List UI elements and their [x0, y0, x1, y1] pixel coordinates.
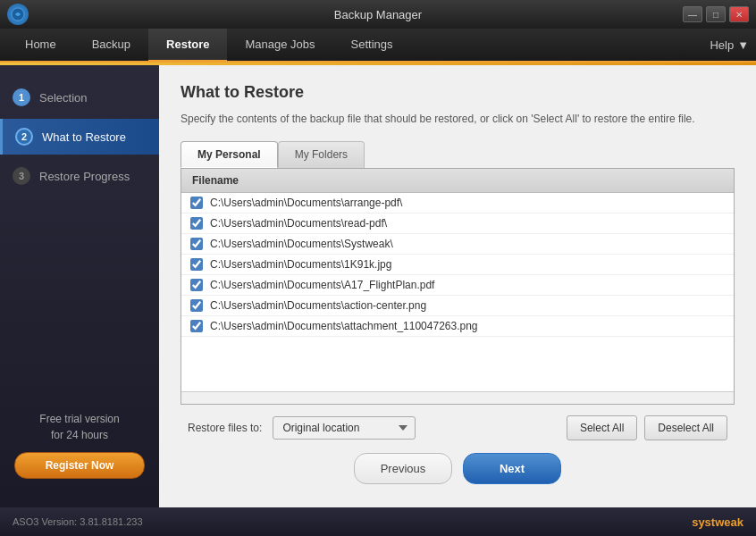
bottom-bar: ASO3 Version: 3.81.8181.233 systweak [0, 507, 756, 536]
title-bar-left [7, 4, 29, 25]
file-path: C:\Users\admin\Documents\1K91k.jpg [210, 258, 391, 271]
tab-my-folders[interactable]: My Folders [278, 141, 365, 168]
file-list-header: Filename [181, 169, 734, 193]
page-title: What to Restore [181, 83, 735, 102]
file-checkbox[interactable] [190, 258, 203, 271]
file-checkbox[interactable] [190, 299, 203, 312]
brand-styled: tweak [711, 515, 743, 529]
file-path: C:\Users\admin\Documents\arrange-pdf\ [210, 197, 402, 209]
horizontal-scrollbar[interactable] [181, 391, 734, 404]
file-path: C:\Users\admin\Documents\A17_FlightPlan.… [210, 279, 434, 291]
file-path: C:\Users\admin\Documents\Systweak\ [210, 238, 393, 250]
table-row: C:\Users\admin\Documents\action-center.p… [181, 296, 734, 316]
table-row: C:\Users\admin\Documents\A17_FlightPlan.… [181, 275, 734, 296]
title-bar: Backup Manager — □ ✕ [0, 0, 756, 29]
sidebar-item-restore-progress[interactable]: 3 Restore Progress [0, 158, 159, 194]
app-icon [7, 4, 29, 25]
nav-home[interactable]: Home [7, 29, 74, 63]
table-row: C:\Users\admin\Documents\1K91k.jpg [181, 255, 734, 275]
tab-my-personal[interactable]: My Personal [181, 141, 278, 168]
table-row: C:\Users\admin\Documents\read-pdf\ [181, 214, 734, 234]
step-circle-3: 3 [13, 167, 30, 185]
deselect-all-button[interactable]: Deselect All [644, 415, 727, 440]
nav-backup[interactable]: Backup [74, 29, 148, 63]
sidebar-label-selection: Selection [39, 91, 87, 105]
next-button[interactable]: Next [463, 453, 561, 484]
nav-restore[interactable]: Restore [148, 29, 227, 63]
step-circle-1: 1 [13, 88, 30, 106]
content-description: Specify the contents of the backup file … [181, 111, 735, 127]
file-checkbox[interactable] [190, 279, 203, 291]
trial-text: Free trial versionfor 24 hours [14, 411, 145, 443]
sidebar: 1 Selection 2 What to Restore 3 Restore … [0, 65, 159, 507]
select-deselect-buttons: Select All Deselect All [567, 415, 727, 440]
file-list[interactable]: C:\Users\admin\Documents\arrange-pdf\C:\… [181, 193, 734, 391]
location-select[interactable]: Original location Custom location [273, 416, 416, 440]
maximize-button[interactable]: □ [706, 6, 726, 22]
file-panel: Filename C:\Users\admin\Documents\arrang… [181, 168, 735, 405]
file-checkbox[interactable] [190, 217, 203, 230]
table-row: C:\Users\admin\Documents\Systweak\ [181, 234, 734, 255]
nav-manage-jobs[interactable]: Manage Jobs [227, 29, 332, 63]
register-now-button[interactable]: Register Now [14, 452, 145, 479]
file-path: C:\Users\admin\Documents\action-center.p… [210, 299, 426, 312]
sidebar-bottom: Free trial versionfor 24 hours Register … [0, 397, 159, 493]
app-title: Backup Manager [334, 8, 422, 21]
nav-bar: Home Backup Restore Manage Jobs Settings… [0, 29, 756, 63]
previous-button[interactable]: Previous [354, 453, 452, 484]
file-path: C:\Users\admin\Documents\attachment_1100… [210, 320, 478, 332]
file-checkbox[interactable] [190, 320, 203, 332]
help-dropdown-icon: ▼ [737, 38, 749, 52]
sidebar-item-what-to-restore[interactable]: 2 What to Restore [0, 119, 159, 155]
restore-to-row: Restore files to: Original location Cust… [181, 405, 735, 444]
nav-help[interactable]: Help ▼ [710, 29, 749, 61]
minimize-button[interactable]: — [683, 6, 702, 22]
file-checkbox[interactable] [190, 238, 203, 250]
sidebar-label-restore-progress: Restore Progress [39, 170, 130, 183]
brand-text: systweak [692, 515, 743, 529]
step-circle-2: 2 [15, 128, 33, 146]
table-row: C:\Users\admin\Documents\arrange-pdf\ [181, 193, 734, 214]
table-row: C:\Users\admin\Documents\attachment_1100… [181, 316, 734, 337]
sidebar-item-selection[interactable]: 1 Selection [0, 80, 159, 115]
version-text: ASO3 Version: 3.81.8181.233 [13, 516, 143, 527]
select-all-button[interactable]: Select All [567, 415, 637, 440]
close-button[interactable]: ✕ [729, 6, 749, 22]
nav-settings[interactable]: Settings [333, 29, 411, 63]
navigation-buttons: Previous Next [181, 444, 735, 493]
sidebar-label-what-to-restore: What to Restore [42, 130, 126, 144]
file-path: C:\Users\admin\Documents\read-pdf\ [210, 217, 387, 230]
file-checkbox[interactable] [190, 197, 203, 209]
restore-to-label: Restore files to: [188, 422, 262, 434]
main-layout: 1 Selection 2 What to Restore 3 Restore … [0, 65, 756, 507]
tab-bar: My Personal My Folders [181, 141, 735, 168]
content-area: What to Restore Specify the contents of … [159, 65, 756, 507]
brand-plain: sys [692, 515, 711, 529]
window-controls[interactable]: — □ ✕ [683, 6, 749, 22]
